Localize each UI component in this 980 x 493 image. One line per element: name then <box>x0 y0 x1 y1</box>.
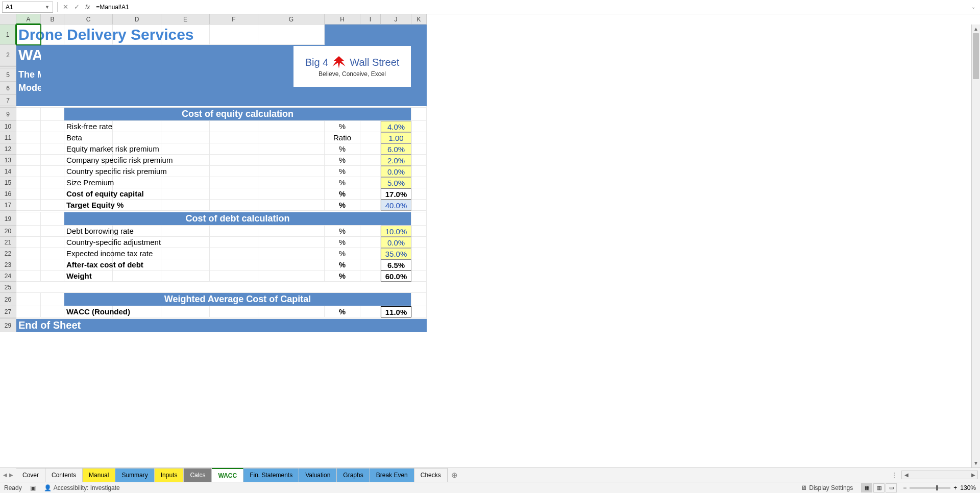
row-header[interactable]: 1 <box>0 24 16 45</box>
column-header[interactable]: G <box>258 14 325 24</box>
view-page-layout-button[interactable]: ▥ <box>873 483 885 492</box>
data-unit[interactable]: % <box>325 248 360 259</box>
cell[interactable] <box>360 200 381 211</box>
row-header[interactable]: 25 <box>0 282 16 293</box>
cell[interactable]: End of Sheet <box>16 319 427 332</box>
cell[interactable] <box>258 143 325 155</box>
cell[interactable] <box>16 226 41 237</box>
data-unit[interactable]: Ratio <box>325 132 360 143</box>
cell[interactable] <box>41 200 64 211</box>
sheet-tab-calcs[interactable]: Calcs <box>184 468 212 482</box>
cell[interactable] <box>411 293 427 306</box>
tab-next-icon[interactable]: ▶ <box>9 472 13 478</box>
cell[interactable] <box>210 177 258 188</box>
row-header[interactable]: 27 <box>0 306 16 317</box>
cell[interactable] <box>161 45 210 65</box>
column-header[interactable]: C <box>64 14 113 24</box>
accessibility-status[interactable]: 👤 Accessibility: Investigate <box>44 484 120 491</box>
tab-nav[interactable]: ◀ ▶ <box>0 472 16 478</box>
data-value[interactable]: 35.0% <box>381 248 411 259</box>
sheet-tab-manual[interactable]: Manual <box>83 468 115 482</box>
cell[interactable] <box>258 306 325 317</box>
zoom-control[interactable]: − + 130% <box>903 484 976 491</box>
row-header[interactable]: 13 <box>0 155 16 166</box>
cell[interactable] <box>258 248 325 259</box>
column-header[interactable]: D <box>113 14 161 24</box>
cell[interactable] <box>161 306 210 317</box>
cell[interactable]: The Model is fully functional <box>16 68 41 82</box>
cell[interactable] <box>41 270 64 282</box>
cell[interactable] <box>411 237 427 248</box>
data-unit[interactable]: % <box>325 200 360 211</box>
section-header-debt[interactable]: Cost of debt calculation <box>64 212 411 226</box>
sheet-tab-cover[interactable]: Cover <box>16 468 45 482</box>
scroll-down-icon[interactable]: ▼ <box>972 459 980 467</box>
cell[interactable]: WACC <box>16 45 41 65</box>
column-header[interactable]: B <box>41 14 64 24</box>
data-unit[interactable]: % <box>325 259 360 270</box>
cell[interactable] <box>113 155 161 166</box>
cell[interactable] <box>16 306 41 317</box>
tab-overflow-icon[interactable]: ⋮ <box>887 472 901 479</box>
row-header[interactable]: 15 <box>0 177 16 188</box>
cell[interactable] <box>161 121 210 132</box>
cell[interactable] <box>161 166 210 177</box>
row-header[interactable]: 5 <box>0 68 16 82</box>
cell[interactable] <box>16 270 41 282</box>
cell[interactable] <box>41 108 64 121</box>
row-header[interactable]: 21 <box>0 237 16 248</box>
formula-input[interactable] <box>93 4 969 11</box>
macro-record-icon[interactable]: ▣ <box>30 484 36 491</box>
data-value[interactable]: 5.0% <box>381 177 411 188</box>
cell[interactable] <box>411 177 427 188</box>
cell[interactable] <box>411 248 427 259</box>
row-header[interactable]: 16 <box>0 188 16 200</box>
data-label[interactable]: After-tax cost of debt <box>64 259 113 270</box>
cell[interactable] <box>258 259 325 270</box>
cell[interactable] <box>210 226 258 237</box>
cell[interactable] <box>64 45 113 65</box>
cell[interactable] <box>16 177 41 188</box>
data-label[interactable]: Country-specific adjustment <box>64 237 113 248</box>
cell[interactable] <box>41 293 64 306</box>
cell[interactable] <box>210 166 258 177</box>
row-header[interactable]: 20 <box>0 226 16 237</box>
cell[interactable]: Model Checks are OK <box>16 82 41 95</box>
column-header[interactable]: H <box>325 14 360 24</box>
select-all-corner[interactable] <box>0 14 16 24</box>
cell[interactable] <box>113 166 161 177</box>
cell[interactable] <box>41 166 64 177</box>
cell[interactable] <box>16 248 41 259</box>
cell[interactable] <box>41 212 64 226</box>
data-value[interactable]: 60.0% <box>381 270 411 282</box>
zoom-out-button[interactable]: − <box>903 484 906 491</box>
chevron-down-icon[interactable]: ▼ <box>45 5 50 10</box>
data-label[interactable]: Size Premium <box>64 177 113 188</box>
cell[interactable] <box>258 132 325 143</box>
cell[interactable] <box>258 188 325 200</box>
cell[interactable] <box>411 143 427 155</box>
scroll-up-icon[interactable]: ▲ <box>972 24 980 33</box>
zoom-level[interactable]: 130% <box>960 484 976 491</box>
cell[interactable] <box>210 143 258 155</box>
cell[interactable] <box>411 24 427 45</box>
sheet-tab-break-even[interactable]: Break Even <box>370 468 414 482</box>
cell[interactable] <box>411 132 427 143</box>
data-label[interactable]: Company specific risk premium <box>64 155 113 166</box>
cell[interactable] <box>113 188 161 200</box>
cell[interactable] <box>16 108 41 121</box>
row-header[interactable]: 6 <box>0 82 16 95</box>
cell[interactable] <box>411 166 427 177</box>
cell[interactable] <box>16 237 41 248</box>
view-page-break-button[interactable]: ▭ <box>886 483 897 492</box>
cell[interactable] <box>16 259 41 270</box>
cell[interactable] <box>16 155 41 166</box>
cell[interactable] <box>360 177 381 188</box>
data-value[interactable]: 6.0% <box>381 143 411 155</box>
data-label[interactable]: Expected income tax rate <box>64 248 113 259</box>
cell[interactable] <box>210 121 258 132</box>
cell[interactable] <box>411 121 427 132</box>
cell[interactable] <box>411 200 427 211</box>
column-header[interactable]: A <box>16 14 41 24</box>
data-unit[interactable]: % <box>325 226 360 237</box>
